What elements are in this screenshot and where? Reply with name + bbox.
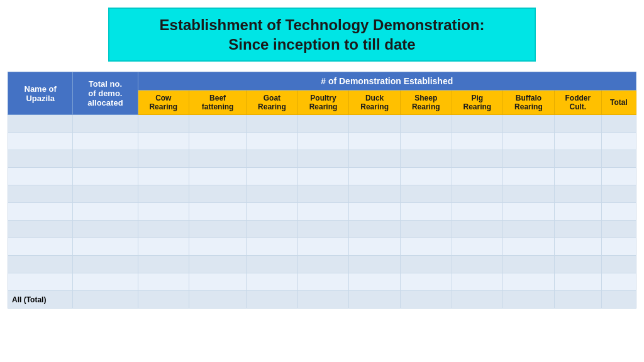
cell: [297, 115, 349, 133]
cell: [8, 133, 73, 150]
table-row: [8, 115, 636, 133]
table-row: [8, 150, 636, 168]
cell: [400, 291, 452, 309]
col-sub-beef: Beeffattening: [189, 90, 247, 115]
cell: [349, 238, 401, 256]
cell: [138, 273, 189, 291]
table-row: [8, 221, 636, 238]
main-table: Name ofUpazila Total no.of demo.allocate…: [8, 72, 636, 309]
col-sub-fodder: FodderCult.: [554, 90, 601, 115]
cell: [8, 221, 73, 238]
cell: [138, 115, 189, 133]
cell: [349, 221, 401, 238]
cell: [554, 291, 601, 309]
cell: [189, 133, 247, 150]
col-sub-buffalo: BuffaloRearing: [503, 90, 555, 115]
cell: [554, 168, 601, 185]
cell: [8, 168, 73, 185]
cell: [247, 150, 298, 168]
cell: [8, 150, 73, 168]
cell: [297, 256, 349, 273]
cell: [138, 168, 189, 185]
cell: [247, 221, 298, 238]
table-row: [8, 238, 636, 256]
col-sub-total: Total: [601, 90, 636, 115]
cell: [503, 168, 555, 185]
cell: [400, 238, 452, 256]
cell: [349, 115, 401, 133]
table-row: [8, 168, 636, 185]
cell: [73, 238, 138, 256]
cell: [138, 238, 189, 256]
cell: [503, 150, 555, 168]
cell: [503, 133, 555, 150]
col-sub-duck: DuckRearing: [349, 90, 401, 115]
cell: [554, 273, 601, 291]
cell: [189, 185, 247, 203]
cell: [503, 238, 555, 256]
total-row-label: All (Total): [8, 291, 73, 309]
cell: [452, 168, 503, 185]
col-sub-sheep: SheepRearing: [400, 90, 452, 115]
cell: [554, 185, 601, 203]
cell: [73, 221, 138, 238]
cell: [601, 273, 636, 291]
cell: [554, 115, 601, 133]
cell: [601, 115, 636, 133]
cell: [297, 203, 349, 221]
col-sub-pig: PigRearing: [452, 90, 503, 115]
cell: [400, 185, 452, 203]
cell: [138, 150, 189, 168]
cell: [8, 273, 73, 291]
cell: [247, 291, 298, 309]
table-row: [8, 273, 636, 291]
col-header-total-demo: Total no.of demo.allocated: [73, 72, 138, 115]
cell: [189, 203, 247, 221]
cell: [73, 185, 138, 203]
col-header-upazila: Name ofUpazila: [8, 72, 73, 115]
cell: [189, 273, 247, 291]
col-sub-cow: CowRearing: [138, 90, 189, 115]
table-row: [8, 185, 636, 203]
cell: [73, 115, 138, 133]
cell: [452, 133, 503, 150]
cell: [189, 115, 247, 133]
cell: [601, 203, 636, 221]
cell: [8, 256, 73, 273]
cell: [452, 185, 503, 203]
cell: [73, 150, 138, 168]
cell: [247, 133, 298, 150]
cell: [554, 150, 601, 168]
cell: [189, 291, 247, 309]
cell: [452, 150, 503, 168]
cell: [138, 185, 189, 203]
cell: [349, 203, 401, 221]
cell: [400, 221, 452, 238]
cell: [503, 185, 555, 203]
cell: [138, 221, 189, 238]
cell: [349, 291, 401, 309]
cell: [601, 256, 636, 273]
cell: [554, 256, 601, 273]
cell: [503, 256, 555, 273]
cell: [247, 203, 298, 221]
cell: [400, 273, 452, 291]
page-wrapper: Establishment of Technology Demonstratio…: [0, 0, 644, 362]
cell: [189, 256, 247, 273]
cell: [349, 273, 401, 291]
cell: [8, 185, 73, 203]
col-header-demo-types: # of Demonstration Established: [138, 72, 636, 90]
cell: [503, 115, 555, 133]
cell: [73, 168, 138, 185]
cell: [452, 115, 503, 133]
col-sub-goat: GoatRearing: [247, 90, 298, 115]
cell: [601, 238, 636, 256]
cell: [8, 238, 73, 256]
cell: [297, 168, 349, 185]
cell: [400, 168, 452, 185]
table-row: [8, 203, 636, 221]
cell: [189, 238, 247, 256]
cell: [400, 133, 452, 150]
title-box: Establishment of Technology Demonstratio…: [108, 8, 536, 62]
cell: [138, 256, 189, 273]
